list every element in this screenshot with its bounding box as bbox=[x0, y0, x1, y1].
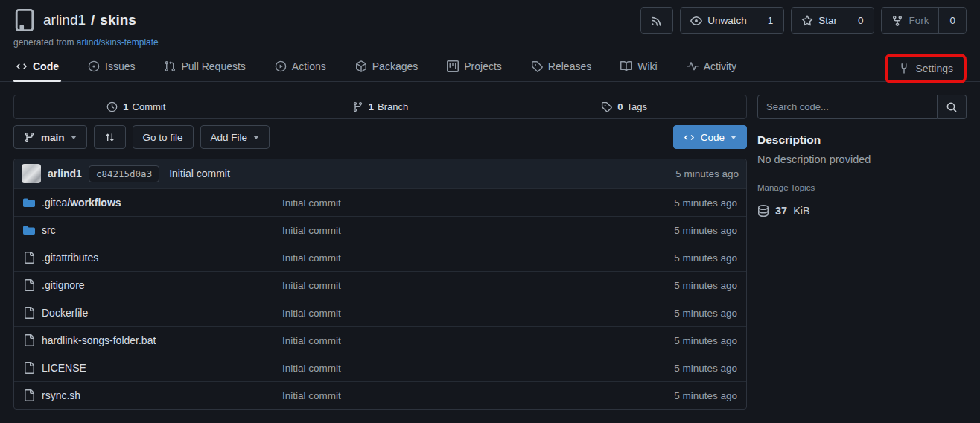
file-commit-message[interactable]: Initial commit bbox=[282, 280, 674, 291]
table-row[interactable]: Dockerfile Initial commit 5 minutes ago bbox=[14, 299, 746, 326]
chevron-down-icon bbox=[731, 136, 736, 139]
settings-annotation-box: Settings bbox=[885, 54, 967, 83]
fork-label: Fork bbox=[909, 15, 929, 26]
commits-count: 1 bbox=[123, 101, 128, 112]
repo-title-separator: / bbox=[91, 12, 95, 28]
tab-releases[interactable]: Releases bbox=[529, 60, 594, 81]
branches-stat[interactable]: 1 Branch bbox=[258, 95, 503, 118]
table-row[interactable]: .gitignore Initial commit 5 minutes ago bbox=[14, 271, 746, 299]
folder-icon bbox=[23, 224, 35, 236]
page-title: arlind1 / skins bbox=[43, 12, 136, 28]
file-commit-message[interactable]: Initial commit bbox=[282, 197, 674, 209]
file-icon bbox=[23, 362, 35, 374]
tab-pull-requests[interactable]: Pull Requests bbox=[162, 60, 247, 81]
file-name[interactable]: .gitignore bbox=[42, 279, 85, 291]
file-browser-box: arlind1 c84215d0a3 Initial commit 5 minu… bbox=[13, 159, 747, 410]
file-commit-message[interactable]: Initial commit bbox=[282, 363, 674, 374]
tab-wiki-label: Wiki bbox=[637, 60, 657, 72]
file-commit-time: 5 minutes ago bbox=[674, 308, 737, 319]
tab-issues[interactable]: Issues bbox=[86, 60, 137, 81]
tags-count: 0 bbox=[617, 101, 623, 112]
tab-activity[interactable]: Activity bbox=[684, 60, 739, 81]
unwatch-button[interactable]: Unwatch bbox=[681, 8, 757, 33]
tags-stat[interactable]: 0 Tags bbox=[502, 95, 746, 118]
file-icon bbox=[23, 334, 35, 346]
rss-button[interactable] bbox=[641, 8, 672, 33]
commit-author-link[interactable]: arlind1 bbox=[48, 168, 82, 179]
file-icon bbox=[23, 252, 35, 264]
tab-code-label: Code bbox=[33, 60, 59, 72]
table-row[interactable]: rsync.sh Initial commit 5 minutes ago bbox=[14, 381, 746, 409]
add-file-label: Add File bbox=[211, 132, 248, 143]
file-icon bbox=[23, 389, 35, 401]
tab-actions[interactable]: Actions bbox=[273, 60, 328, 81]
table-row[interactable]: hardlink-songs-folder.bat Initial commit… bbox=[14, 326, 746, 354]
fork-button[interactable]: Fork bbox=[882, 8, 938, 33]
tab-projects[interactable]: Projects bbox=[445, 60, 504, 81]
rss-icon bbox=[651, 15, 663, 27]
compare-button[interactable] bbox=[94, 125, 126, 149]
table-row[interactable]: .gitea/workflows Initial commit 5 minute… bbox=[14, 188, 746, 216]
stars-count[interactable]: 0 bbox=[847, 8, 874, 33]
file-name[interactable]: src bbox=[42, 224, 56, 236]
repo-tab-bar: Code Issues Pull Requests Actions Packag… bbox=[0, 51, 980, 82]
tab-pull-requests-label: Pull Requests bbox=[181, 60, 245, 72]
file-name[interactable]: .gitea/workflows bbox=[42, 197, 121, 209]
add-file-button[interactable]: Add File bbox=[200, 125, 270, 149]
repo-header: arlind1 / skins generated from arlind/sk… bbox=[0, 0, 980, 48]
manage-topics-link[interactable]: Manage Topics bbox=[757, 183, 967, 192]
tab-issues-label: Issues bbox=[105, 60, 135, 72]
repo-name-link[interactable]: skins bbox=[100, 12, 136, 28]
commits-stat[interactable]: 1 Commit bbox=[14, 95, 258, 118]
code-download-button[interactable]: Code bbox=[673, 125, 747, 149]
repository-icon bbox=[13, 9, 36, 31]
commit-message-link[interactable]: Initial commit bbox=[169, 168, 230, 179]
go-to-file-button[interactable]: Go to file bbox=[133, 125, 194, 149]
repo-owner-link[interactable]: arlind1 bbox=[43, 12, 86, 28]
table-row[interactable]: LICENSE Initial commit 5 minutes ago bbox=[14, 354, 746, 381]
table-row[interactable]: src Initial commit 5 minutes ago bbox=[14, 216, 746, 244]
file-commit-message[interactable]: Initial commit bbox=[282, 335, 674, 346]
file-commit-message[interactable]: Initial commit bbox=[282, 390, 674, 401]
branches-label: Branch bbox=[378, 101, 408, 112]
rss-button-group bbox=[640, 7, 673, 34]
forks-count[interactable]: 0 bbox=[938, 8, 966, 33]
search-icon bbox=[946, 101, 958, 113]
star-button[interactable]: Star bbox=[792, 8, 847, 33]
file-name[interactable]: .gitattributes bbox=[42, 252, 98, 264]
file-icon bbox=[23, 307, 35, 319]
watchers-count[interactable]: 1 bbox=[757, 8, 784, 33]
branch-selector[interactable]: main bbox=[13, 125, 87, 149]
file-commit-time: 5 minutes ago bbox=[674, 225, 737, 236]
file-name[interactable]: LICENSE bbox=[42, 362, 86, 374]
description-text: No description provided bbox=[757, 153, 967, 165]
go-to-file-label: Go to file bbox=[143, 132, 183, 143]
tag-icon bbox=[531, 60, 543, 72]
file-commit-time: 5 minutes ago bbox=[674, 252, 737, 264]
file-commit-message[interactable]: Initial commit bbox=[282, 252, 674, 264]
tab-wiki[interactable]: Wiki bbox=[618, 60, 659, 81]
tab-code[interactable]: Code bbox=[13, 60, 61, 81]
commit-hash-badge[interactable]: c84215d0a3 bbox=[89, 165, 159, 182]
code-icon bbox=[16, 60, 28, 72]
play-circle-icon bbox=[275, 60, 287, 72]
tab-settings[interactable]: Settings bbox=[896, 63, 955, 74]
repo-size-unit: KiB bbox=[793, 205, 810, 217]
search-button[interactable] bbox=[938, 95, 967, 119]
file-icon bbox=[23, 279, 35, 291]
eye-icon bbox=[690, 15, 702, 27]
tab-packages-label: Packages bbox=[372, 60, 418, 72]
file-name[interactable]: rsync.sh bbox=[42, 389, 80, 401]
search-input[interactable] bbox=[757, 95, 938, 119]
file-commit-message[interactable]: Initial commit bbox=[282, 308, 674, 319]
file-name[interactable]: Dockerfile bbox=[42, 307, 88, 319]
file-name[interactable]: hardlink-songs-folder.bat bbox=[42, 334, 156, 346]
repo-stats-bar: 1 Commit 1 Branch 0 Tags bbox=[13, 95, 747, 119]
avatar[interactable] bbox=[22, 164, 41, 183]
file-commit-message[interactable]: Initial commit bbox=[282, 225, 674, 236]
tab-packages[interactable]: Packages bbox=[353, 60, 420, 81]
template-repo-link[interactable]: arlind/skins-template bbox=[77, 37, 159, 48]
folder-icon bbox=[23, 197, 35, 209]
table-row[interactable]: .gitattributes Initial commit 5 minutes … bbox=[14, 244, 746, 271]
clock-icon bbox=[106, 101, 118, 112]
